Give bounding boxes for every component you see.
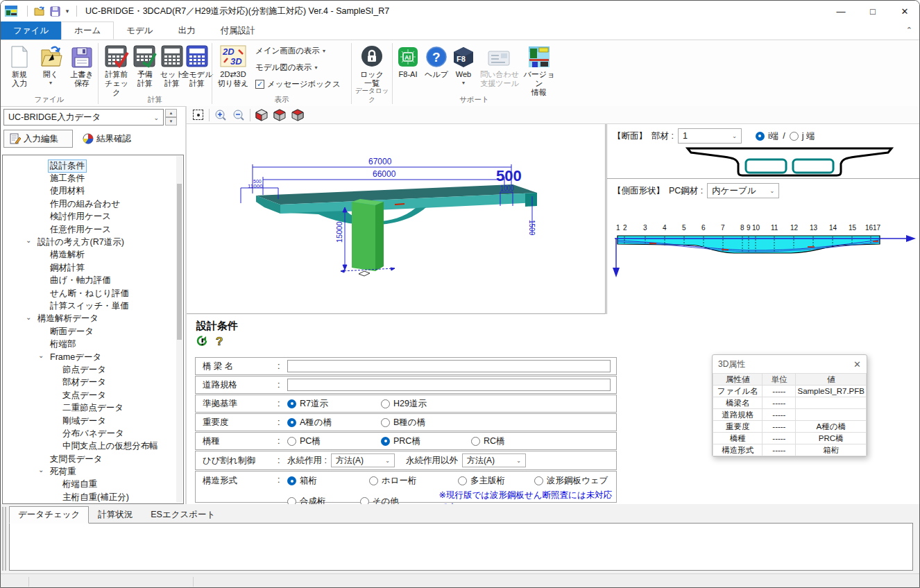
structure-multi-slab-radio[interactable]: 多主版桁 [458, 475, 534, 487]
tree-scrollbar[interactable] [176, 156, 182, 503]
tree-item[interactable]: 断面データ [3, 325, 183, 338]
open-dropdown-icon[interactable]: ▾ [49, 80, 52, 86]
fit-view-button[interactable] [191, 108, 205, 122]
new-input-button[interactable]: 新規 入力 [5, 43, 34, 88]
standard-r7-radio[interactable]: R7道示 [287, 398, 381, 410]
open-button[interactable]: 開く ▾ [37, 43, 65, 86]
pre-calc-button[interactable]: 予備 計算 [132, 43, 158, 88]
tree-item-expandable[interactable]: ⌄構造解析データ [3, 313, 183, 325]
chevron-down-icon[interactable]: ⌄ [26, 236, 31, 244]
chevron-down-icon[interactable]: ⌄ [38, 352, 44, 359]
quick-save-button[interactable] [47, 3, 62, 19]
model-3d-viewport[interactable]: 67000 66000 500 1000 1500 15000 500 1100… [187, 124, 606, 314]
help-button[interactable]: ? ヘルプ [423, 43, 450, 79]
tab-file[interactable]: ファイル [1, 21, 61, 40]
view-top-cube-button[interactable] [273, 108, 287, 122]
structure-composite-radio[interactable]: 合成桁 [287, 490, 360, 504]
non-permanent-method-select[interactable]: 方法(A) ⌄ [462, 453, 526, 467]
tree-item-design-conditions[interactable]: 設計条件 [3, 159, 183, 172]
spinner-down-button[interactable]: ▼ [165, 117, 177, 126]
tab-calc-status[interactable]: 計算状況 [89, 506, 142, 524]
refresh-icon[interactable] [196, 335, 208, 347]
zoom-out-button[interactable] [232, 108, 246, 122]
bridge-name-input[interactable] [287, 360, 611, 372]
f8ai-button[interactable]: AI F8-AI [394, 43, 422, 79]
view-iso-cube-button[interactable] [291, 108, 305, 122]
quick-open-button[interactable] [32, 3, 47, 19]
road-spec-input[interactable] [287, 379, 611, 391]
maximize-button[interactable]: □ [857, 1, 889, 21]
input-edit-button[interactable]: 入力編集 [3, 130, 73, 148]
toggle-2d3d-button[interactable]: 2D3D 2D⇄3D 切り替え [215, 43, 251, 88]
structure-corrugated-radio[interactable]: 波形鋼板ウェブ [534, 475, 608, 487]
lock-list-button[interactable]: ロック 一覧 [358, 43, 386, 88]
type-rc-radio[interactable]: RC橋 [471, 435, 505, 447]
permanent-method-select[interactable]: 方法(A) ⌄ [331, 453, 395, 467]
tree-item[interactable]: 剛域データ [3, 415, 183, 427]
tab-model[interactable]: モデル [114, 21, 165, 40]
tree-item[interactable]: 節点データ [3, 363, 183, 376]
message-box-toggle[interactable]: ✓ メッセージボックス [255, 79, 341, 89]
tab-es-export[interactable]: ESエクスポート [142, 506, 224, 524]
j-end-radio[interactable]: j 端 [790, 130, 815, 142]
help-question-icon[interactable]: ? [215, 335, 225, 347]
save-button[interactable]: 上書き 保存 [67, 43, 96, 88]
tree-item[interactable]: 部材データ [3, 377, 183, 389]
zoom-in-button[interactable] [214, 108, 228, 122]
tab-accessory-design[interactable]: 付属設計 [208, 21, 268, 40]
tree-item[interactable]: 施工条件 [3, 172, 183, 184]
member-select[interactable]: 1 ⌄ [678, 128, 742, 144]
tree-item[interactable]: 桁端部 [3, 338, 183, 350]
tree-item[interactable]: 中間支点上の仮想分布幅 [3, 440, 183, 453]
chevron-down-icon[interactable]: ⌄ [38, 466, 44, 474]
tree-item[interactable]: 支点データ [3, 389, 183, 401]
tree-item[interactable]: 使用材料 [3, 185, 183, 198]
standard-h29-radio[interactable]: H29道示 [381, 398, 427, 410]
attr-panel-close-icon[interactable]: ✕ [853, 359, 861, 370]
structure-other-radio[interactable]: その他 [360, 490, 439, 504]
version-info-button[interactable]: バージョン 情報 [523, 43, 555, 97]
structure-box-radio[interactable]: 箱桁 [287, 475, 369, 487]
i-end-radio[interactable]: i端 [756, 130, 778, 142]
collapse-ribbon-icon[interactable]: ⌃ [906, 26, 912, 35]
view-front-cube-button[interactable] [255, 108, 269, 122]
tab-data-check[interactable]: データチェック [9, 506, 89, 524]
tree-item[interactable]: 鋼材計算 [3, 261, 183, 274]
tree-item[interactable]: 計算スイッチ・単価 [3, 300, 183, 312]
panel-grip[interactable] [2, 507, 6, 571]
tree-item[interactable]: 任意作用ケース [3, 223, 183, 236]
tree-item-expandable[interactable]: ⌄設計の考え方(R7道示) [3, 236, 183, 248]
importance-a-radio[interactable]: A種の橋 [287, 417, 381, 429]
input-data-selector[interactable]: UC-BRIDGE入力データ ⌄ [3, 109, 164, 126]
pc-steel-select[interactable]: 内ケーブル ⌄ [707, 183, 779, 198]
tree-item[interactable]: 構造解析 [3, 249, 183, 261]
tab-home[interactable]: ホーム [61, 21, 114, 40]
type-pc-radio[interactable]: PC橋 [287, 435, 381, 447]
tree-item[interactable]: 主桁自重(補正分) [3, 491, 183, 503]
spinner-up-button[interactable]: ▲ [165, 109, 177, 117]
tree-item[interactable]: 支間長データ [3, 453, 183, 465]
result-confirm-button[interactable]: 結果確認 [77, 130, 149, 148]
precheck-button[interactable]: 計算前 チェック [101, 43, 132, 97]
model-view-menu[interactable]: モデル図の表示 ▾ [255, 62, 318, 73]
tree-scrollbar-thumb[interactable] [177, 184, 182, 340]
web-dropdown-icon[interactable]: ▾ [462, 80, 465, 86]
tree-item[interactable]: せん断・ねじり評価 [3, 287, 183, 300]
close-button[interactable]: ✕ [889, 1, 920, 21]
tab-output[interactable]: 出力 [166, 21, 208, 40]
chevron-down-icon[interactable]: ⌄ [26, 313, 31, 321]
main-view-menu[interactable]: メイン画面の表示 ▾ [255, 46, 325, 56]
all-model-calc-button[interactable]: 全モデル 計算 [180, 43, 214, 88]
structure-hollow-radio[interactable]: ホロー桁 [369, 475, 458, 487]
importance-b-radio[interactable]: B種の橋 [381, 417, 425, 429]
type-prc-radio[interactable]: PRC橋 [381, 435, 471, 447]
tree-item[interactable]: 曲げ・軸力評価 [3, 275, 183, 287]
tree-item[interactable]: 桁端自重 [3, 478, 183, 491]
log-output-box[interactable] [9, 523, 913, 571]
tree-item[interactable]: 作用の組み合わせ [3, 198, 183, 210]
tree-item-expandable[interactable]: ⌄死荷重 [3, 465, 183, 478]
tree-item[interactable]: 二重節点データ [3, 401, 183, 414]
tree-item[interactable]: 検討作用ケース [3, 211, 183, 223]
minimize-button[interactable]: — [825, 1, 857, 21]
attr-panel-titlebar[interactable]: 3D属性 ✕ [713, 355, 867, 373]
